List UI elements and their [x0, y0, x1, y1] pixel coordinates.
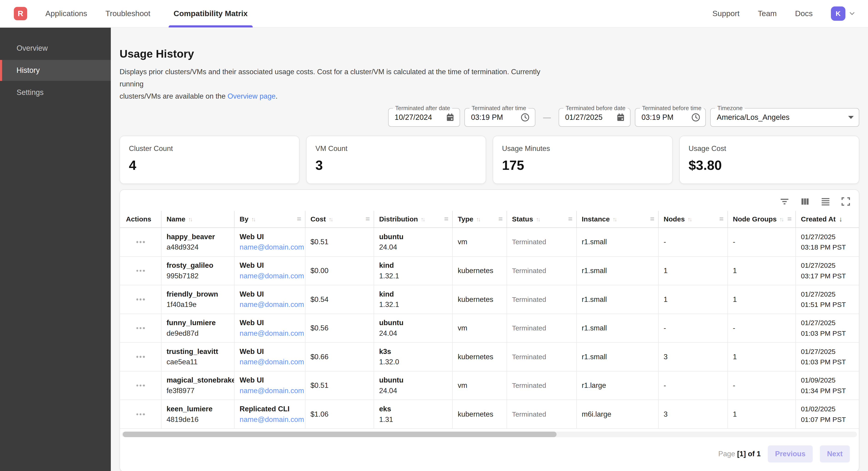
dot-icon — [140, 327, 142, 329]
column-header-name[interactable]: Name↑↓ — [161, 211, 235, 228]
column-menu-icon[interactable]: = — [719, 215, 723, 223]
created-by-source: Web UI — [240, 233, 302, 241]
row-actions-button[interactable] — [133, 295, 148, 304]
status-badge: Terminated — [512, 267, 546, 275]
stats-row: Cluster Count 4 VM Count 3 Usage Minutes… — [120, 136, 859, 184]
nodes-value: 1 — [664, 267, 668, 275]
nav-item-applications[interactable]: Applications — [45, 0, 87, 27]
created-by-email-link[interactable]: name@domain.com — [240, 415, 302, 424]
next-page-button[interactable]: Next — [820, 445, 850, 463]
dot-icon — [140, 241, 142, 243]
cell-actions — [120, 343, 161, 371]
nav-item-compatibility-matrix[interactable]: Compatibility Matrix — [168, 0, 253, 27]
column-menu-icon[interactable]: = — [650, 215, 654, 223]
columns-icon[interactable] — [800, 197, 810, 206]
overview-page-link[interactable]: Overview page — [227, 92, 276, 100]
avatar[interactable]: K — [831, 6, 845, 21]
dot-icon — [143, 327, 145, 329]
instance-value: r1.small — [582, 267, 607, 275]
column-header-instance[interactable]: Instance↑↓= — [577, 211, 659, 228]
calendar-icon[interactable] — [616, 113, 625, 122]
cell-by: Web UIname@domain.com — [235, 228, 306, 256]
nav-item-support[interactable]: Support — [713, 9, 740, 18]
terminated-after-time-field[interactable]: Terminated after time 03:19 PM — [464, 108, 535, 127]
horizontal-scrollbar[interactable] — [122, 432, 857, 437]
table-row[interactable]: funny_lumierede9ed87dWeb UIname@domain.c… — [120, 314, 859, 343]
created-by-email-link[interactable]: name@domain.com — [240, 243, 302, 252]
table-row[interactable]: keen_lumiere4819de16Replicated CLIname@d… — [120, 400, 859, 429]
column-header-node_groups[interactable]: Node Groups↑↓= — [728, 211, 796, 228]
row-actions-button[interactable] — [133, 410, 148, 418]
sidebar-item-history[interactable]: History — [0, 60, 111, 81]
cell-name: keen_lumiere4819de16 — [161, 400, 235, 429]
column-menu-icon[interactable]: = — [297, 215, 301, 223]
column-header-cost[interactable]: Cost↑↓= — [306, 211, 374, 228]
cell-type: vm — [453, 314, 507, 343]
column-header-type[interactable]: Type↑↓= — [453, 211, 507, 228]
created-by-email-link[interactable]: name@domain.com — [240, 329, 302, 337]
cost-value: $0.51 — [311, 238, 329, 246]
column-menu-icon[interactable]: = — [787, 215, 792, 223]
filter-icon[interactable] — [779, 197, 789, 206]
fullscreen-icon[interactable] — [841, 197, 850, 206]
column-menu-icon[interactable]: = — [498, 215, 503, 223]
table-row[interactable]: friendly_brown1f40a19eWeb UIname@domain.… — [120, 285, 859, 314]
terminated-after-date-field[interactable]: Terminated after date 10/27/2024 — [388, 108, 460, 127]
account-menu[interactable]: K — [831, 6, 856, 21]
row-actions-button[interactable] — [133, 266, 148, 275]
column-menu-icon[interactable]: = — [366, 215, 370, 223]
sidebar-item-overview[interactable]: Overview — [0, 37, 111, 59]
column-header-by[interactable]: By↑↓= — [235, 211, 306, 228]
row-actions-button[interactable] — [133, 238, 148, 246]
timezone-select[interactable]: Timezone America/Los_Angeles — [710, 108, 859, 127]
type-value: kubernetes — [458, 267, 493, 275]
page-info: Page [1] of 1 — [718, 450, 761, 458]
column-menu-icon[interactable]: = — [568, 215, 572, 223]
calendar-icon[interactable] — [446, 113, 455, 122]
nav-item-docs[interactable]: Docs — [795, 9, 813, 18]
column-header-created[interactable]: Created At↓ — [796, 211, 859, 228]
terminated-before-time-field[interactable]: Terminated before time 03:19 PM — [635, 108, 706, 127]
created-by-source: Replicated CLI — [240, 405, 302, 413]
cell-cost: $0.66 — [306, 343, 374, 371]
cluster-name: magical_stonebraker — [166, 376, 231, 384]
row-actions-button[interactable] — [133, 381, 148, 390]
created-by-email-link[interactable]: name@domain.com — [240, 387, 302, 395]
table-row[interactable]: frosty_galileo995b7182Web UIname@domain.… — [120, 257, 859, 286]
nav-item-team[interactable]: Team — [758, 9, 777, 18]
cluster-name: trusting_leavitt — [166, 348, 231, 356]
created-date: 01/27/2025 — [801, 261, 856, 270]
status-badge: Terminated — [512, 296, 546, 303]
cell-created-at: 01/27/202501:03 PM PST — [796, 314, 859, 343]
table-row[interactable]: magical_stonebrakerfe3f8977Web UIname@do… — [120, 372, 859, 400]
cell-distribution: eks1.31 — [374, 400, 453, 429]
sort-icon: ↑↓ — [688, 216, 691, 223]
density-icon[interactable] — [820, 197, 831, 206]
instance-value: r1.small — [582, 324, 607, 332]
row-actions-button[interactable] — [133, 353, 148, 361]
sidebar-item-settings[interactable]: Settings — [0, 82, 111, 103]
table-row[interactable]: trusting_leavittcae5ea11Web UIname@domai… — [120, 343, 859, 372]
column-header-distribution[interactable]: Distribution↑↓= — [374, 211, 453, 228]
clock-icon[interactable] — [691, 113, 701, 122]
main-content: Usage History Displays prior clusters/VM… — [111, 28, 868, 471]
created-by-email-link[interactable]: name@domain.com — [240, 300, 302, 309]
column-header-status[interactable]: Status↑↓= — [507, 211, 577, 228]
horizontal-scrollbar-thumb[interactable] — [123, 432, 557, 437]
table-row[interactable]: happy_beavera48d9324Web UIname@domain.co… — [120, 228, 859, 257]
terminated-before-date-field[interactable]: Terminated before date 01/27/2025 — [559, 108, 630, 127]
nodes-value: - — [664, 238, 666, 246]
column-menu-icon[interactable]: = — [444, 215, 448, 223]
cluster-name: keen_lumiere — [166, 405, 231, 413]
cell-created-at: 01/27/202501:03 PM PST — [796, 343, 859, 371]
column-header-nodes[interactable]: Nodes↑↓= — [659, 211, 728, 228]
replicated-logo[interactable]: R — [14, 7, 27, 20]
cell-actions — [120, 372, 161, 400]
clock-icon[interactable] — [520, 113, 530, 122]
nav-item-troubleshoot[interactable]: Troubleshoot — [105, 0, 150, 27]
distribution-name: kind — [379, 290, 450, 298]
previous-page-button[interactable]: Previous — [768, 445, 812, 463]
row-actions-button[interactable] — [133, 324, 148, 332]
created-by-email-link[interactable]: name@domain.com — [240, 358, 302, 366]
created-by-email-link[interactable]: name@domain.com — [240, 272, 302, 280]
